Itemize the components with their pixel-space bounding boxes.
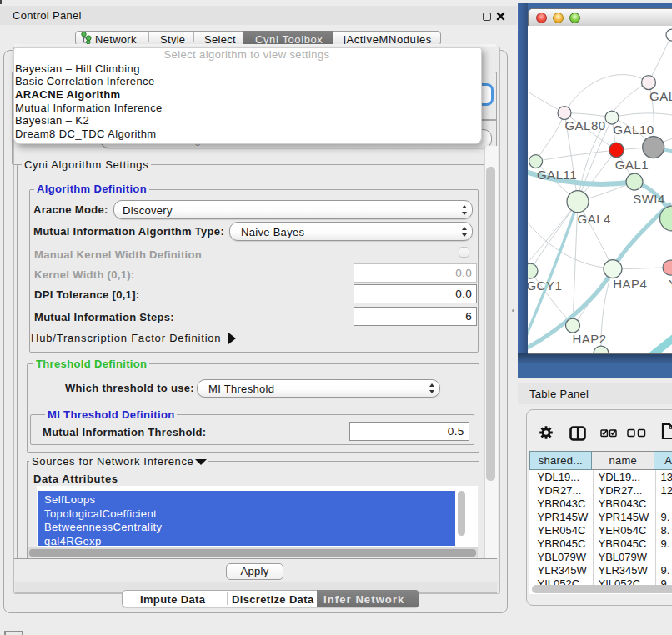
svg-text:Y: Y	[669, 277, 672, 291]
svg-text:HAP2: HAP2	[572, 332, 606, 346]
svg-text:GAL4: GAL4	[578, 212, 611, 226]
svg-text:SWI4: SWI4	[633, 192, 665, 206]
svg-text:GAL1: GAL1	[615, 158, 649, 172]
svg-text:GAL: GAL	[649, 89, 672, 103]
svg-text:GAL11: GAL11	[537, 168, 577, 182]
svg-text:HAP4: HAP4	[613, 277, 647, 291]
svg-text:GAL80: GAL80	[564, 118, 605, 132]
svg-text:GCY1: GCY1	[528, 278, 562, 292]
svg-text:GAL10: GAL10	[613, 122, 654, 137]
